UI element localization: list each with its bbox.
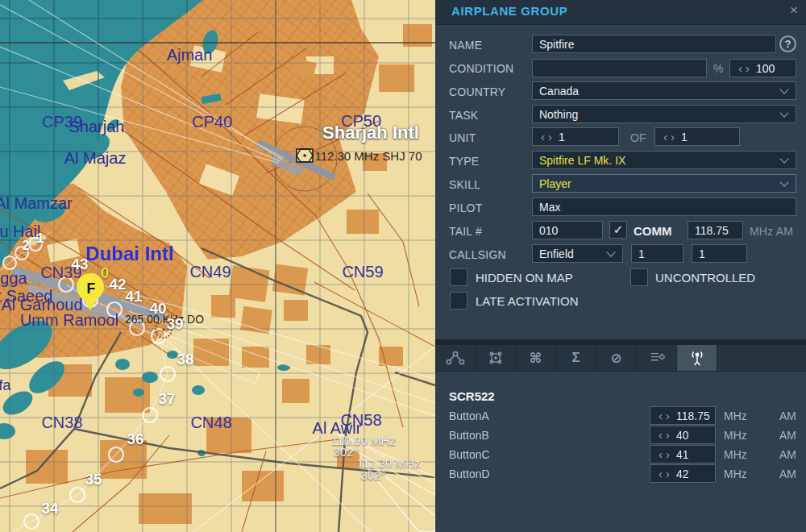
increment-icon[interactable]: › [664,448,671,460]
tail-input[interactable]: 010 [532,221,603,239]
actions-icon: ⌘ [530,350,542,367]
panel-title: AIRPLANE GROUP [451,4,567,18]
tab-failures[interactable]: ⊘ [596,345,637,371]
pilot-input[interactable]: Max [532,197,796,216]
buttonB-stepper[interactable]: ‹› 40 [650,426,716,444]
callsign-flight-input[interactable]: 1 [631,244,683,263]
tab-actions[interactable]: ⌘ [516,345,556,371]
type-dropdown[interactable]: Spitfire LF Mk. IX [532,151,796,169]
increment-icon[interactable]: › [664,429,671,441]
map-label-ils1-crs: 302° [333,446,358,458]
tab-strip-divider [435,339,806,345]
am-label: AM [779,468,796,480]
mhz-label: MHz [724,448,747,461]
radio-row-label: ButtonA [449,409,489,422]
map-canvas[interactable]: Ajman CP39 Sharjah CP40 CP50 Sharjah Int… [0,0,435,532]
chevron-down-icon [779,85,788,94]
tab-summary[interactable]: Σ [556,345,596,371]
buttonA-stepper[interactable]: ‹› 118.75 [650,406,716,425]
panel-header: AIRPLANE GROUP × [435,0,806,25]
map-label-sharjah-intl: Sharjah Intl [322,124,419,142]
waypoint-42: 42 [109,276,126,292]
increment-icon[interactable]: › [664,409,671,422]
name-input[interactable]: Spitfire [532,35,776,53]
airplane-group-panel: AIRPLANE GROUP × NAME Spitfire ? CONDITI… [435,0,806,532]
map-label-abu-hail: u Hail [0,223,41,239]
decrement-icon[interactable]: ‹ [657,468,664,480]
mhz-label: MHz [724,468,747,480]
route-icon [446,351,465,365]
task-dropdown[interactable]: Nothing [532,105,796,123]
comm-freq-input[interactable]: 118.75 [688,221,743,239]
increment-icon[interactable]: › [546,131,554,143]
map-label-cn59: CN59 [342,264,383,280]
unit-count-stepper[interactable]: ‹› 1 [532,127,619,146]
buttonC-stepper[interactable]: ‹› 41 [650,445,716,463]
increment-icon[interactable]: › [669,131,676,143]
payload-icon [648,351,666,365]
summary-icon: Σ [571,350,580,366]
waypoint-1: 1 [37,232,44,245]
radio-section-title: SCR522 [449,389,495,403]
map-label-sharjah: Sharjah [69,118,125,135]
skill-dropdown[interactable]: Player [532,174,796,193]
hidden-on-map-checkbox[interactable] [450,268,467,286]
late-activation-checkbox[interactable] [450,292,467,310]
waypoint-35: 35 [85,472,102,487]
uncontrolled-label: UNCONTROLLED [655,271,755,285]
tab-bar: ⌘ Σ ⊘ [435,345,806,372]
callsign-label: CALLSIGN [449,248,506,261]
chevron-down-icon [779,108,788,117]
name-label: NAME [449,39,482,52]
unit-total-stepper[interactable]: ‹› 1 [654,127,740,146]
zone-icon [488,350,504,366]
decrement-icon[interactable]: ‹ [662,131,669,143]
am-label: AM [779,448,796,461]
tab-payload[interactable] [637,345,677,371]
radio-row-label: ButtonB [449,429,489,442]
mhz-label: MHz [724,409,747,422]
waypoint-39: 39 [166,316,183,331]
am-label: AM [779,409,796,422]
map-label-edge-west: fa [0,378,11,393]
unit-of-label: OF [630,131,646,144]
decrement-icon[interactable]: ‹ [657,429,664,441]
country-dropdown[interactable]: Canada [532,81,796,100]
type-label: TYPE [449,155,479,168]
tab-route[interactable] [435,345,476,371]
uncontrolled-checkbox[interactable] [630,268,648,286]
increment-icon[interactable]: › [744,62,751,74]
increment-icon[interactable]: › [664,468,671,480]
map-label-umm-ramool: Umm Ramool [20,312,118,328]
map-label-al-mamzar: Al Mamzar [0,195,73,211]
chevron-down-icon [606,247,615,256]
map-label-cn38: CN38 [41,414,82,430]
close-icon[interactable]: × [790,2,798,19]
waypoint-2: 2 [23,239,30,252]
tail-label: TAIL # [449,225,482,238]
comm-checkbox[interactable]: ✓ [609,221,627,239]
help-button[interactable]: ? [779,35,796,52]
comm-units: MHz AM [750,225,793,238]
waypoint-37: 37 [158,391,175,406]
pilot-label: PILOT [449,202,482,214]
tab-zone[interactable] [476,345,516,371]
callsign-dropdown[interactable]: Enfield [532,244,623,263]
waypoint-38: 38 [177,351,193,367]
decrement-icon[interactable]: ‹ [737,62,744,74]
condition-stepper[interactable]: ‹› 100 [729,59,796,77]
map-label-ils2-freq: 111.30 MHz [357,457,421,469]
map-label-cn48: CN48 [190,414,231,430]
condition-input[interactable] [532,59,707,77]
radio-row-label: ButtonC [449,448,490,461]
decrement-icon[interactable]: ‹ [657,409,664,422]
decrement-icon[interactable]: ‹ [539,131,546,143]
vor-symbol [297,149,313,162]
waypoint-40: 40 [149,301,166,316]
country-label: COUNTRY [449,85,505,98]
tab-radio[interactable] [677,345,717,371]
buttonD-stepper[interactable]: ‹› 42 [650,464,716,483]
decrement-icon[interactable]: ‹ [657,448,664,460]
callsign-number-input[interactable]: 1 [692,244,747,263]
map-label-ils2-crs: 302° [360,469,385,481]
